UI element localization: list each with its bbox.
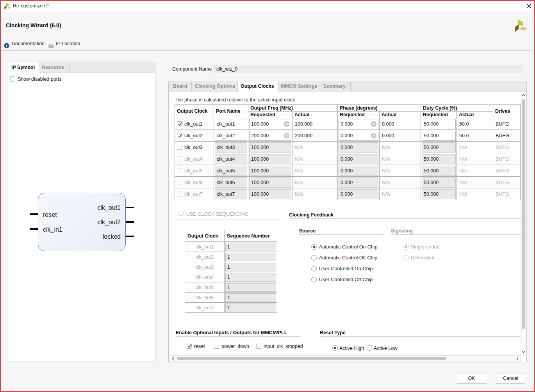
svg-text:i: i — [6, 44, 7, 48]
